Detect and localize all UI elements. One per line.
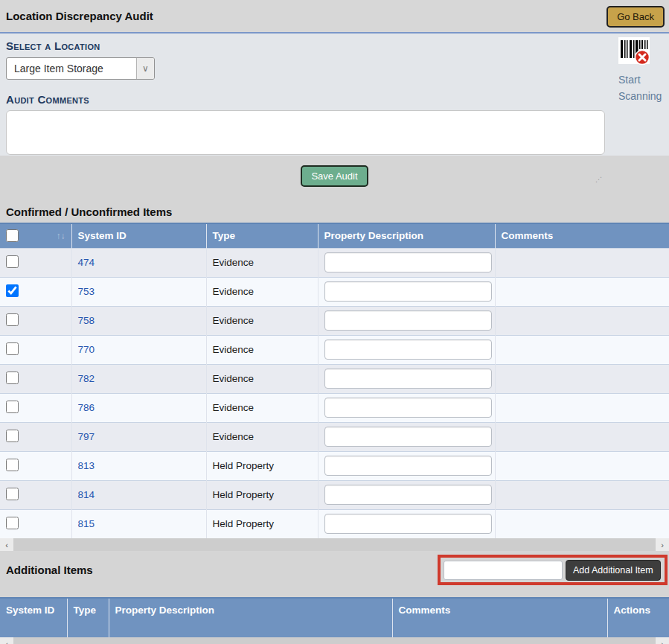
add-col-comments: Comments [392, 598, 607, 637]
add-col-type: Type [67, 598, 109, 637]
additional-items-table: System ID Type Property Description Comm… [0, 597, 669, 637]
item-type: Evidence [206, 364, 318, 393]
scroll-left-icon[interactable]: ‹ [0, 538, 13, 551]
system-id-link[interactable]: 758 [78, 315, 95, 326]
sort-icon[interactable]: ↑↓ [57, 231, 65, 241]
item-comments [495, 480, 669, 509]
add-col-system-id: System ID [0, 598, 67, 637]
system-id-link[interactable]: 753 [78, 286, 95, 297]
item-comments [495, 509, 669, 538]
table-row: 770Evidence [0, 335, 669, 364]
property-description-input[interactable] [324, 369, 492, 389]
item-type: Evidence [206, 277, 318, 306]
row-checkbox[interactable] [6, 372, 19, 384]
row-checkbox[interactable] [6, 342, 19, 355]
items-horizontal-scrollbar[interactable]: ‹ › [0, 538, 669, 551]
col-header-system-id[interactable]: System ID [71, 223, 206, 248]
item-comments [495, 277, 669, 306]
audit-form-panel: Select a Location Large Item Storage ∨ A… [0, 34, 669, 156]
scroll-right-icon[interactable]: › [656, 538, 669, 551]
add-item-input[interactable] [444, 561, 563, 580]
confirmed-items-heading: Confirmed / Unconfirmed Items [0, 204, 669, 223]
row-checkbox[interactable] [6, 517, 19, 529]
add-item-highlight-box: Add Additional Item [438, 555, 668, 585]
property-description-input[interactable] [324, 281, 492, 302]
row-checkbox[interactable] [6, 313, 19, 326]
system-id-link[interactable]: 782 [78, 373, 95, 384]
system-id-link[interactable]: 814 [78, 489, 95, 500]
barcode-scan-icon[interactable] [618, 37, 662, 69]
system-id-link[interactable]: 815 [78, 518, 95, 529]
scroll-left-icon[interactable]: ‹ [0, 637, 13, 644]
item-type: Held Property [206, 480, 318, 509]
property-description-input[interactable] [324, 485, 492, 505]
audit-comments-label: Audit Comments [6, 93, 663, 106]
item-type: Evidence [206, 393, 318, 422]
select-location-label: Select a Location [6, 39, 100, 52]
system-id-link[interactable]: 786 [78, 402, 95, 413]
item-type: Evidence [206, 248, 318, 277]
additional-items-heading: Additional Items [6, 564, 93, 576]
property-description-input[interactable] [324, 252, 492, 272]
row-checkbox[interactable] [6, 401, 19, 413]
add-col-actions: Actions [607, 598, 669, 637]
system-id-link[interactable]: 813 [78, 460, 95, 471]
system-id-link[interactable]: 797 [78, 431, 95, 442]
item-comments [495, 422, 669, 451]
table-row: 786Evidence [0, 393, 669, 422]
add-additional-item-button[interactable]: Add Additional Item [566, 560, 661, 581]
row-checkbox[interactable] [6, 488, 19, 500]
item-comments [495, 306, 669, 335]
location-select-value: Large Item Storage [7, 63, 136, 74]
location-select[interactable]: Large Item Storage ∨ [6, 57, 155, 80]
go-back-button[interactable]: Go Back [606, 6, 665, 28]
table-row: 815Held Property [0, 509, 669, 538]
item-type: Held Property [206, 451, 318, 480]
confirmed-items-header-row: ↑↓ System ID Type Property Description C… [0, 223, 669, 248]
col-header-type[interactable]: Type [206, 223, 318, 248]
scrollbar-thumb[interactable] [13, 637, 656, 644]
confirmed-items-table: ↑↓ System ID Type Property Description C… [0, 223, 669, 538]
row-checkbox[interactable] [6, 284, 19, 297]
system-id-link[interactable]: 770 [78, 344, 95, 355]
select-all-checkbox[interactable] [6, 229, 19, 242]
item-type: Evidence [206, 306, 318, 335]
chevron-down-icon: ∨ [136, 58, 154, 79]
property-description-input[interactable] [324, 339, 492, 360]
save-row: Save Audit [0, 156, 669, 204]
page-header: Location Discrepancy Audit Go Back [0, 0, 669, 34]
table-row: 474Evidence [0, 248, 669, 277]
item-comments [495, 248, 669, 277]
page-title: Location Discrepancy Audit [6, 10, 153, 22]
property-description-input[interactable] [324, 398, 492, 418]
row-checkbox[interactable] [6, 255, 19, 268]
additional-horizontal-scrollbar[interactable]: ‹ › [0, 637, 669, 644]
item-comments [495, 451, 669, 480]
property-description-input[interactable] [324, 427, 492, 447]
item-comments [495, 393, 669, 422]
table-row: 797Evidence [0, 422, 669, 451]
col-header-comments[interactable]: Comments [495, 223, 669, 248]
col-header-property-description[interactable]: Property Description [318, 223, 495, 248]
property-description-input[interactable] [324, 310, 492, 331]
start-scanning-label[interactable]: Start Scanning [618, 72, 662, 104]
additional-items-section: Additional Items Add Additional Item [0, 551, 669, 597]
system-id-link[interactable]: 474 [78, 257, 95, 268]
row-checkbox[interactable] [6, 430, 19, 442]
save-audit-button[interactable]: Save Audit [301, 165, 368, 187]
item-comments [495, 364, 669, 393]
scroll-right-icon[interactable]: › [656, 637, 669, 644]
scrollbar-thumb[interactable] [13, 538, 656, 551]
table-row: 813Held Property [0, 451, 669, 480]
property-description-input[interactable] [324, 514, 492, 534]
property-description-input[interactable] [324, 456, 492, 476]
audit-comments-textarea[interactable] [6, 110, 605, 155]
table-row: 758Evidence [0, 306, 669, 335]
row-checkbox[interactable] [6, 459, 19, 471]
item-type: Evidence [206, 335, 318, 364]
additional-items-header-row: System ID Type Property Description Comm… [0, 598, 669, 637]
item-type: Held Property [206, 509, 318, 538]
table-row: 782Evidence [0, 364, 669, 393]
table-row: 814Held Property [0, 480, 669, 509]
add-col-property-description: Property Description [109, 598, 392, 637]
